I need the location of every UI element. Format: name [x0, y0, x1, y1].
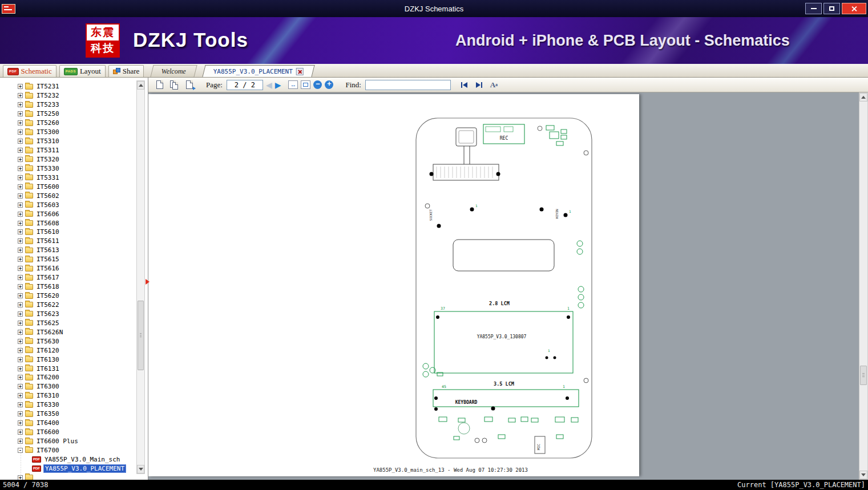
- tree-item[interactable]: + IT5603: [0, 200, 134, 209]
- tab-schematic[interactable]: PDF Schematic: [3, 65, 56, 77]
- scroll-up-icon[interactable]: [137, 81, 144, 90]
- find-next-button[interactable]: [473, 79, 485, 90]
- scroll-down-icon[interactable]: [137, 465, 144, 473]
- expand-toggle[interactable]: +: [18, 157, 23, 162]
- tree-item[interactable]: + IT6600: [0, 428, 134, 437]
- tree-item[interactable]: + IT5600: [0, 182, 134, 191]
- zoom-out-button[interactable]: −: [313, 80, 322, 89]
- expand-toggle[interactable]: +: [18, 321, 23, 326]
- tree-item[interactable]: + IT5320: [0, 155, 134, 164]
- tree-item[interactable]: + IT6600 Plus: [0, 437, 134, 446]
- expand-toggle[interactable]: +: [18, 139, 23, 144]
- tree-item[interactable]: + IT5623: [0, 309, 134, 318]
- tree-file-item[interactable]: PDF YA855P_V3.0_Main_sch: [0, 455, 134, 464]
- scroll-up-icon[interactable]: [859, 93, 867, 102]
- expand-toggle[interactable]: +: [18, 175, 23, 180]
- tree-item[interactable]: + IT6330: [0, 400, 134, 410]
- tree-item[interactable]: + IT5625: [0, 318, 134, 327]
- expand-toggle[interactable]: +: [18, 102, 23, 107]
- expand-toggle[interactable]: +: [18, 129, 23, 135]
- expand-toggle[interactable]: +: [18, 366, 23, 371]
- find-input[interactable]: [365, 80, 451, 90]
- tree-item[interactable]: - IT6700: [0, 446, 134, 455]
- tree-item[interactable]: + IT5616: [0, 264, 134, 273]
- sidebar-scrollbar[interactable]: [136, 80, 145, 474]
- tree-item[interactable]: + IT6131: [0, 364, 134, 373]
- scroll-down-icon[interactable]: [859, 471, 867, 479]
- tree-item[interactable]: + IT5610: [0, 228, 134, 237]
- tree-item[interactable]: + IT5310: [0, 137, 134, 146]
- tree-item[interactable]: + IT6350: [0, 410, 134, 419]
- tree-item[interactable]: + IT5617: [0, 273, 134, 282]
- expand-toggle[interactable]: +: [18, 93, 23, 98]
- expand-toggle[interactable]: +: [18, 111, 23, 116]
- tree-item[interactable]: + IT5311: [0, 146, 134, 155]
- tree-item[interactable]: + IT5620: [0, 291, 134, 301]
- tree-file-item[interactable]: PDF YA855P_V3.0_PLACEMENT: [0, 464, 134, 473]
- viewer-scroll-thumb[interactable]: [860, 366, 867, 385]
- maximize-button[interactable]: [823, 3, 840, 14]
- expand-toggle[interactable]: +: [18, 411, 23, 416]
- expand-toggle[interactable]: +: [18, 120, 23, 125]
- expand-toggle[interactable]: +: [18, 302, 23, 307]
- tree-item[interactable]: + IT6120: [0, 346, 134, 355]
- next-page-button[interactable]: ▶: [275, 81, 281, 89]
- expand-toggle[interactable]: +: [18, 257, 23, 262]
- sidebar-scroll-thumb[interactable]: [138, 301, 144, 370]
- fit-width-icon[interactable]: ↔: [288, 80, 298, 89]
- expand-toggle[interactable]: +: [18, 229, 23, 234]
- tree-item[interactable]: + IT6400: [0, 419, 134, 428]
- tree-item[interactable]: + IT5630: [0, 337, 134, 346]
- expand-toggle[interactable]: +: [18, 375, 23, 380]
- tree-item[interactable]: + IT5613: [0, 246, 134, 255]
- tree-item[interactable]: + IT6310: [0, 391, 134, 400]
- match-case-icon[interactable]: Aa: [488, 79, 500, 90]
- tree-item[interactable]: + IT5330: [0, 164, 134, 173]
- expand-toggle[interactable]: +: [18, 348, 23, 353]
- expand-toggle[interactable]: +: [18, 357, 23, 362]
- tree-item[interactable]: + IT5231: [0, 82, 134, 91]
- expand-toggle[interactable]: +: [18, 238, 23, 244]
- expand-toggle[interactable]: +: [18, 221, 23, 226]
- close-tab-icon[interactable]: [296, 68, 304, 75]
- expand-toggle[interactable]: +: [18, 84, 23, 89]
- expand-toggle[interactable]: +: [18, 166, 23, 171]
- expand-toggle[interactable]: +: [18, 193, 23, 199]
- tree-item[interactable]: + IT5300: [0, 128, 134, 137]
- expand-toggle[interactable]: +: [18, 275, 23, 280]
- tree-item[interactable]: + IT5233: [0, 100, 134, 110]
- expand-toggle[interactable]: +: [18, 402, 23, 407]
- tree-item[interactable]: + IT5602: [0, 191, 134, 200]
- close-button[interactable]: [842, 3, 866, 14]
- tree-item[interactable]: + IT5618: [0, 282, 134, 291]
- expand-toggle[interactable]: +: [18, 284, 23, 289]
- doc-tab-placement[interactable]: YA855P_V3.0_PLACEMENT: [203, 65, 315, 77]
- minimize-button[interactable]: [805, 3, 822, 14]
- tree-item[interactable]: + IT6130: [0, 355, 134, 364]
- viewer-scrollbar[interactable]: [859, 92, 868, 480]
- previous-page-button[interactable]: ◀: [266, 81, 272, 89]
- expand-toggle[interactable]: +: [18, 203, 23, 208]
- expand-toggle[interactable]: +: [18, 393, 23, 398]
- expand-toggle[interactable]: +: [18, 384, 23, 389]
- expand-toggle[interactable]: +: [18, 212, 23, 217]
- tree-item[interactable]: + IT5260: [0, 119, 134, 128]
- tree-item[interactable]: + IT5232: [0, 91, 134, 100]
- expand-toggle[interactable]: +: [18, 148, 23, 153]
- tree-item[interactable]: +: [0, 473, 134, 480]
- tree-item[interactable]: + IT6300: [0, 382, 134, 391]
- zoom-in-button[interactable]: +: [325, 80, 333, 89]
- copy-pages-icon[interactable]: [168, 79, 180, 90]
- tree-item[interactable]: + IT5331: [0, 173, 134, 182]
- tab-share[interactable]: Share: [108, 65, 144, 77]
- expand-toggle[interactable]: +: [18, 330, 23, 335]
- tree-item[interactable]: + IT6200: [0, 373, 134, 382]
- fit-page-icon[interactable]: [301, 80, 310, 89]
- export-page-icon[interactable]: [183, 79, 195, 90]
- expand-toggle[interactable]: +: [18, 293, 23, 298]
- sidebar-collapse-handle[interactable]: [146, 279, 150, 285]
- expand-toggle[interactable]: +: [18, 430, 23, 435]
- tree-item[interactable]: + IT5250: [0, 110, 134, 119]
- tree-item[interactable]: + IT5622: [0, 301, 134, 310]
- expand-toggle[interactable]: +: [18, 311, 23, 317]
